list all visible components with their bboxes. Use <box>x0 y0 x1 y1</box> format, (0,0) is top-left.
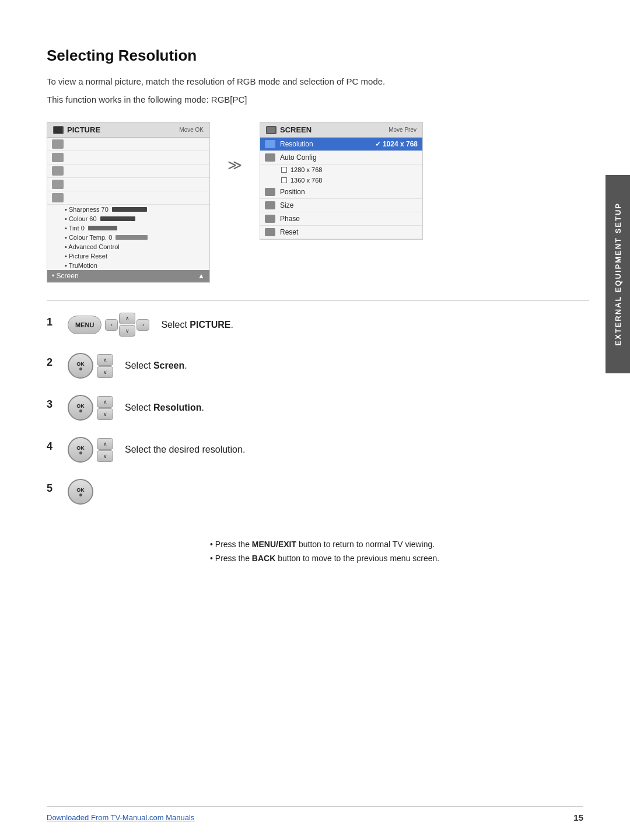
main-content: Selecting Resolution To view a normal pi… <box>0 0 630 603</box>
page-number: 15 <box>573 813 583 822</box>
autoconfig-label: Auto Config <box>280 153 418 162</box>
picture-panel-controls: Move OK <box>179 127 204 133</box>
step-1-text: Select PICTURE. <box>161 320 233 330</box>
menu-icon-1 <box>52 139 64 149</box>
resolution-label: Resolution <box>280 140 370 148</box>
notes-section: • Press the MENU/EXIT button to return t… <box>47 540 589 563</box>
screen-panel-label: SCREEN <box>280 125 312 134</box>
left-arrow-btn[interactable]: ‹ <box>105 319 118 331</box>
detail-colour-temp: • Colour Temp. 0 <box>47 233 209 242</box>
menu-row-screen: • Screen ▲ <box>47 270 209 282</box>
reset-label: Reset <box>280 228 418 236</box>
up-arrow-btn-3[interactable]: ∧ <box>97 396 113 408</box>
position-label: Position <box>280 188 418 196</box>
step-2-row: 2 OK ∧ ∨ Select Screen. <box>47 353 589 379</box>
note-2-bold: BACK <box>252 554 275 563</box>
step-5-num: 5 <box>47 482 56 495</box>
colour-label: • Colour 60 <box>65 215 97 222</box>
step-1-bold: PICTURE <box>190 320 230 330</box>
ok-button-4[interactable]: OK <box>68 437 93 463</box>
description-1: To view a normal picture, match the reso… <box>47 76 589 86</box>
autoconfig-icon <box>265 153 275 162</box>
note-1: • Press the MENU/EXIT button to return t… <box>210 540 589 549</box>
sidebar-label-text: EXTERNAL EQUIPMENT SETUP <box>614 202 622 346</box>
nav-updown-2: ∧ ∨ <box>97 354 113 378</box>
forward-arrow: ≫ <box>228 157 242 173</box>
resolution-icon <box>265 140 275 148</box>
res-1280-label: 1280 x 768 <box>290 166 322 173</box>
menu-row-4 <box>47 178 209 191</box>
reset-icon <box>265 228 275 236</box>
divider <box>47 300 589 301</box>
picture-panel-header: PICTURE Move OK <box>47 123 209 138</box>
screen-row-resolution: Resolution ✓ 1024 x 768 <box>260 138 422 151</box>
ok-dot-2 <box>79 368 82 370</box>
screen-row-reset: Reset <box>260 226 422 239</box>
step-4-num: 4 <box>47 440 56 453</box>
menu-icon-4 <box>52 180 64 189</box>
description-2: This function works in the following mod… <box>47 94 589 104</box>
screen-panel-body: Resolution ✓ 1024 x 768 Auto Config 1280… <box>260 138 422 239</box>
colour-bar <box>100 216 135 221</box>
screen-row-size: Size <box>260 199 422 212</box>
down-arrow-btn-4[interactable]: ∨ <box>97 450 113 462</box>
res-1360-label: 1360 x 768 <box>290 177 322 184</box>
ok-label-5: OK <box>76 487 85 493</box>
ok-dot-4 <box>79 452 82 454</box>
size-icon <box>265 201 275 209</box>
resolution-value: ✓ 1024 x 768 <box>375 140 418 148</box>
arrow-container: ≫ <box>228 122 242 173</box>
step-4-row: 4 OK ∧ ∨ Select the desired resolution. <box>47 437 589 463</box>
step-1-buttons: MENU ‹ ∧ ∨ › <box>68 313 149 337</box>
tint-label: • Tint 0 <box>65 225 85 232</box>
step-3-num: 3 <box>47 398 56 411</box>
down-arrow-btn-2[interactable]: ∨ <box>97 366 113 378</box>
ok-button-5[interactable]: OK <box>68 479 93 505</box>
step-4-text: Select the desired resolution. <box>125 444 245 455</box>
step-4-buttons: OK ∧ ∨ <box>68 437 113 463</box>
menu-button[interactable]: MENU <box>68 316 102 334</box>
down-arrow-btn-3[interactable]: ∨ <box>97 408 113 420</box>
colour-temp-label: • Colour Temp. 0 <box>65 234 112 241</box>
ok-button-2[interactable]: OK <box>68 353 93 379</box>
step-3-bold: Resolution <box>153 402 202 412</box>
res-option-1280: 1280 x 768 <box>260 164 422 175</box>
ok-dot-3 <box>79 410 82 412</box>
screens-row: PICTURE Move OK <box>47 122 589 283</box>
menu-row-2 <box>47 151 209 164</box>
screen-row-autoconfig: Auto Config <box>260 151 422 164</box>
footer-link[interactable]: Downloaded From TV-Manual.com Manuals <box>47 813 194 822</box>
res-option-1360: 1360 x 768 <box>260 175 422 186</box>
ok-button-3[interactable]: OK <box>68 395 93 421</box>
right-arrow-btn[interactable]: › <box>136 319 149 331</box>
step-2-num: 2 <box>47 356 56 369</box>
position-icon <box>265 188 275 196</box>
screen-controls-text: Move Prev <box>388 127 416 133</box>
picture-panel-body: • Sharpness 70 • Colour 60 • Tint 0 • Co… <box>47 138 209 282</box>
nav-lr-1: ‹ ∧ ∨ › <box>105 313 149 337</box>
picture-controls-text: Move OK <box>179 127 204 133</box>
detail-advanced: • Advanced Control <box>47 242 209 251</box>
screen-row-position: Position <box>260 186 422 199</box>
up-arrow-btn-1[interactable]: ∧ <box>119 313 135 324</box>
phase-icon <box>265 215 275 223</box>
sharpness-label: • Sharpness 70 <box>65 206 108 213</box>
screen-panel: SCREEN Move Prev Resolution ✓ 1024 x 768… <box>260 122 423 240</box>
step-3-buttons: OK ∧ ∨ <box>68 395 113 421</box>
menu-icon-3 <box>52 166 64 176</box>
detail-colour: • Colour 60 <box>47 214 209 223</box>
screen-row-label: • Screen <box>52 272 193 280</box>
step-5-buttons: OK <box>68 479 93 505</box>
menu-icon-5 <box>52 193 64 202</box>
step-2-buttons: OK ∧ ∨ <box>68 353 113 379</box>
screen-panel-title: SCREEN <box>266 125 312 134</box>
phase-label: Phase <box>280 215 418 223</box>
sharpness-bar <box>112 207 147 212</box>
picture-panel-label: PICTURE <box>67 125 100 134</box>
screen-panel-controls: Move Prev <box>388 127 416 133</box>
up-arrow-btn-4[interactable]: ∧ <box>97 438 113 450</box>
up-arrow-btn-2[interactable]: ∧ <box>97 354 113 366</box>
screen-row-phase: Phase <box>260 212 422 226</box>
detail-tint: • Tint 0 <box>47 223 209 233</box>
down-arrow-btn-1[interactable]: ∨ <box>119 325 135 337</box>
